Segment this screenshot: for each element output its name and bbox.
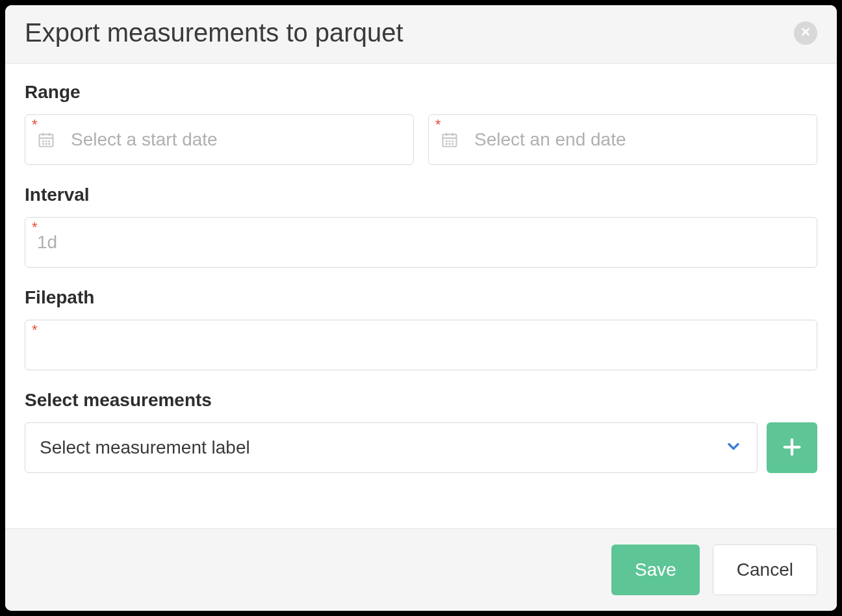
measurement-select-placeholder: Select measurement label	[40, 437, 250, 458]
modal-header: Export measurements to parquet	[5, 5, 837, 64]
range-section: Range *	[25, 82, 817, 165]
modal-footer: Save Cancel	[5, 528, 837, 611]
filepath-input[interactable]	[37, 335, 805, 355]
cancel-button[interactable]: Cancel	[713, 545, 817, 595]
interval-section: Interval *	[25, 185, 817, 268]
chevron-down-icon	[724, 437, 743, 458]
interval-label: Interval	[25, 185, 817, 205]
start-date-field[interactable]: *	[25, 114, 414, 165]
end-date-field[interactable]: *	[428, 114, 817, 165]
modal-title: Export measurements to parquet	[25, 18, 403, 47]
measurements-section: Select measurements Select measurement l…	[25, 390, 817, 473]
svg-point-7	[45, 141, 46, 142]
interval-input[interactable]	[37, 232, 805, 253]
end-date-input[interactable]	[474, 129, 805, 150]
required-marker: *	[32, 323, 38, 337]
export-modal: Export measurements to parquet Range *	[5, 5, 837, 611]
range-label: Range	[25, 82, 817, 103]
modal-body: Range *	[5, 64, 837, 528]
close-icon	[800, 26, 811, 40]
svg-point-9	[43, 144, 44, 144]
svg-point-21	[452, 144, 453, 144]
svg-point-20	[449, 144, 450, 144]
required-marker: *	[32, 220, 38, 235]
required-marker: *	[32, 118, 38, 132]
start-date-input[interactable]	[71, 129, 402, 150]
measurements-label: Select measurements	[25, 390, 817, 411]
measurement-select[interactable]: Select measurement label	[25, 422, 758, 473]
close-button[interactable]	[794, 21, 817, 45]
filepath-field[interactable]: *	[25, 320, 817, 370]
required-marker: *	[435, 118, 441, 132]
add-measurement-button[interactable]	[767, 422, 817, 473]
filepath-label: Filepath	[25, 287, 817, 308]
filepath-section: Filepath *	[25, 287, 817, 370]
svg-point-8	[49, 141, 49, 142]
svg-point-17	[449, 141, 450, 142]
svg-point-16	[446, 141, 447, 142]
svg-point-6	[43, 141, 44, 142]
calendar-icon	[37, 131, 55, 151]
svg-point-19	[446, 144, 447, 144]
calendar-icon	[440, 131, 459, 151]
plus-icon	[781, 436, 803, 460]
svg-point-10	[45, 144, 46, 144]
svg-point-11	[49, 144, 49, 144]
interval-field[interactable]: *	[25, 217, 817, 268]
svg-point-18	[452, 141, 453, 142]
save-button[interactable]: Save	[611, 545, 700, 595]
